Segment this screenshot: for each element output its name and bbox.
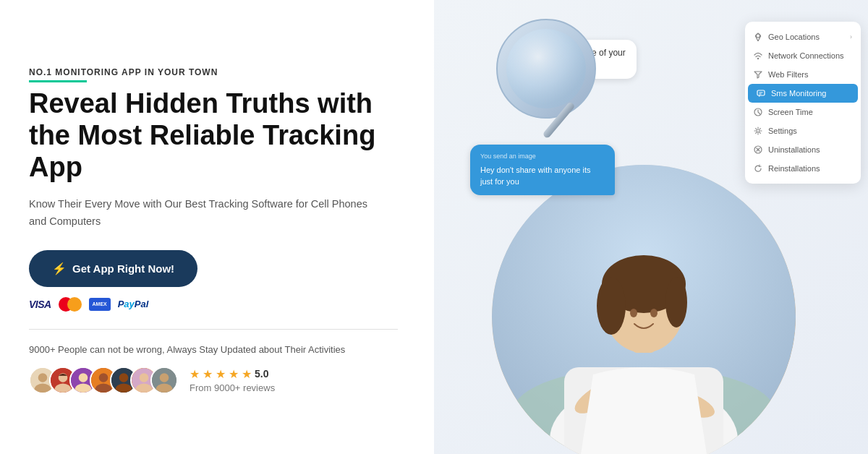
sidebar-item-network[interactable]: Network Connections [745,46,861,65]
star-5: ★ [242,367,252,381]
payment-icons: VISA AMEX PayPal [29,297,398,312]
tagline: NO.1 MONITORING APP IN YOUR TOWN [29,67,398,82]
left-section: NO.1 MONITORING APP IN YOUR TOWN Reveal … [0,0,434,454]
filter-icon [754,70,762,79]
cta-label: Get App Right Now! [72,262,174,275]
amex-icon: AMEX [89,298,111,311]
svg-point-41 [757,58,759,59]
sms-icon [757,89,765,98]
sidebar-item-uninstall[interactable]: Uninstallations [745,140,861,159]
svg-point-7 [79,373,88,382]
sidebar-item-webfilter[interactable]: Web Filters [745,65,861,84]
reinstall-label: Reinstallations [768,164,820,173]
star-3: ★ [216,367,226,381]
clock-icon [754,108,762,116]
svg-point-38 [506,29,586,108]
review-count: From 9000+ reviews [190,382,275,393]
geo-chevron: › [850,33,852,40]
svg-point-13 [119,373,129,382]
mc-right [67,297,82,312]
cta-button[interactable]: ⚡ Get App Right Now! [29,250,197,287]
social-proof-text: 9000+ People can not be wrong, Always St… [29,344,398,355]
subheading: Know Their Every Move with Our Best Trac… [29,196,376,229]
sidebar-item-geo[interactable]: Geo Locations › [745,27,861,46]
rating-score: 5.0 [255,368,268,380]
settings-label: Settings [768,127,797,135]
sidebar-item-screentime[interactable]: Screen Time [745,103,861,121]
svg-point-32 [665,277,687,327]
webfilter-label: Web Filters [768,70,808,79]
circle-x-icon [754,145,762,154]
svg-point-31 [597,277,626,335]
sidebar-item-settings[interactable]: Settings [745,121,861,140]
right-section: Send me some of your pictures You send a… [434,0,868,454]
svg-point-1 [38,373,48,382]
svg-point-10 [99,373,109,382]
stars-row: ★ ★ ★ ★ ★ 5.0 [190,367,275,381]
svg-point-16 [140,373,149,382]
network-label: Network Connections [768,51,844,60]
person-circle [492,165,796,454]
star-1: ★ [190,367,200,381]
divider [29,329,398,330]
pin-icon [754,33,762,41]
sidebar-item-sms[interactable]: Sms Monitoring [748,84,858,103]
sms-label: Sms Monitoring [771,89,826,98]
wifi-icon [754,51,762,60]
screentime-label: Screen Time [768,108,813,116]
paypal-icon: PayPal [118,299,149,309]
blue-bubble-text: Hey don't share with anyone its just for… [480,166,591,187]
sidebar-panel: Geo Locations › Network Connections Web … [745,22,861,184]
blue-chat-bubble: You send an image Hey don't share with a… [470,145,615,195]
sidebar-item-reinstall[interactable]: Reinstallations [745,159,861,178]
rating-info: ★ ★ ★ ★ ★ 5.0 From 9000+ reviews [190,367,275,393]
geo-label: Geo Locations [768,33,820,41]
svg-point-33 [630,309,637,317]
svg-point-46 [757,129,760,132]
magnifier [492,14,600,123]
reviews-row: ★ ★ ★ ★ ★ 5.0 From 9000+ reviews [29,367,398,394]
visa-icon: VISA [29,299,51,310]
mastercard-icon [59,297,82,312]
bolt-icon: ⚡ [52,262,67,275]
star-2: ★ [203,367,213,381]
svg-point-34 [650,309,658,317]
svg-point-19 [160,373,169,382]
star-4: ★ [229,367,239,381]
sent-label: You send an image [480,152,605,162]
avatars [29,367,178,394]
refresh-icon [754,164,762,173]
main-heading: Reveal Hidden Truths with the Most Relia… [29,88,398,183]
gear-icon [754,127,762,135]
uninstall-label: Uninstallations [768,145,820,154]
avatar-7 [150,367,178,394]
